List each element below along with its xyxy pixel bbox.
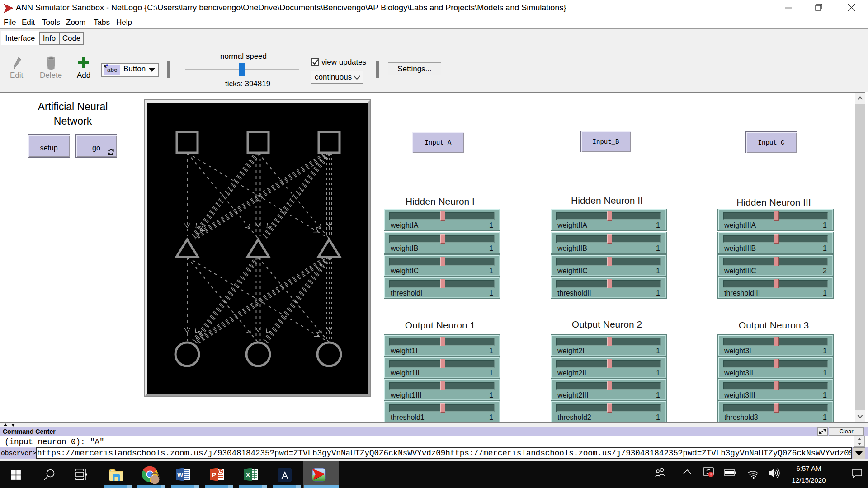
svg-text:P: P bbox=[212, 471, 216, 479]
svg-text:X: X bbox=[246, 471, 250, 479]
svg-text:W: W bbox=[177, 471, 184, 479]
